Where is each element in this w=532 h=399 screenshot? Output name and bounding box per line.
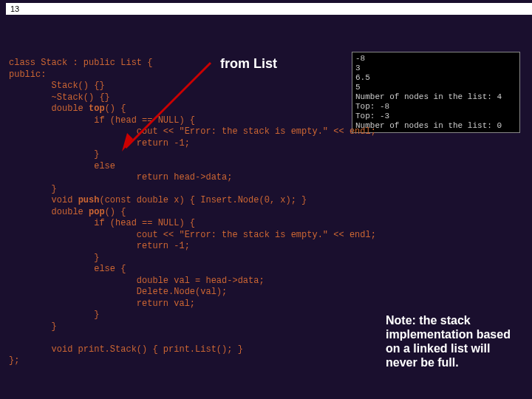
code-block: class Stack : public List { public: Stac…	[9, 58, 376, 367]
keyword-top: top	[89, 103, 105, 114]
slide-body: -8 3 6.5 5 Number of nodes in the list: …	[0, 15, 532, 399]
console-output: -8 3 6.5 5 Number of nodes in the list: …	[352, 52, 520, 133]
note-text: Note: the stack implementation based on …	[386, 313, 519, 369]
annotation-label: from List	[220, 56, 277, 72]
keyword-push: push	[78, 195, 100, 205]
keyword-pop: pop	[89, 207, 105, 217]
